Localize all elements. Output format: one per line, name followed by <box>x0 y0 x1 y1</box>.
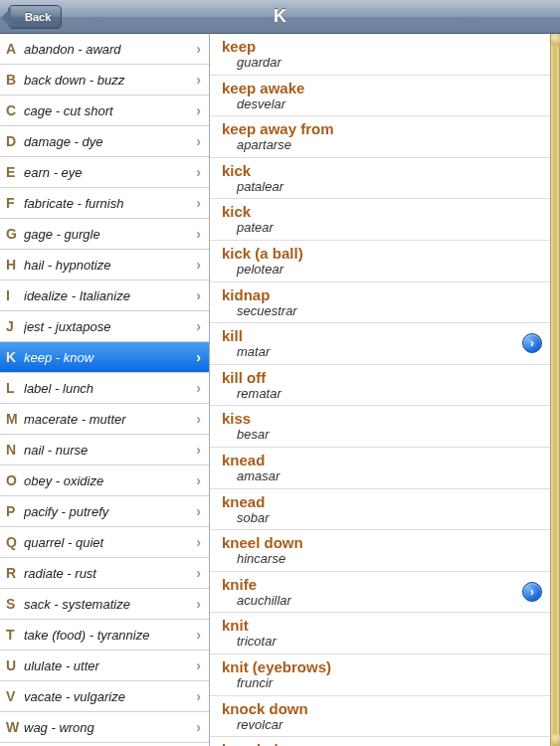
sidebar-item-r[interactable]: Rradiate - rust› <box>0 558 209 589</box>
sidebar-letter: I <box>6 287 24 303</box>
sidebar-item-e[interactable]: Eearn - eye› <box>0 157 209 188</box>
sidebar-range: radiate - rust <box>24 566 196 581</box>
entry-translation: matar <box>222 344 540 360</box>
dictionary-entry[interactable]: kick (a ball)pelotear <box>210 241 550 282</box>
sidebar-letter: L <box>6 380 24 396</box>
chevron-right-icon: › <box>196 226 201 242</box>
chevron-right-icon: › <box>196 472 201 488</box>
chevron-right-icon: › <box>196 596 201 612</box>
dictionary-entry[interactable]: kneadamasar <box>210 448 550 489</box>
sidebar-item-q[interactable]: Qquarrel - quiet› <box>0 527 209 558</box>
sidebar-letter: W <box>6 719 24 735</box>
sidebar-item-i[interactable]: Iidealize - Italianize› <box>0 280 209 311</box>
chevron-right-icon: › <box>196 719 201 735</box>
sidebar-item-j[interactable]: Jjest - juxtapose› <box>0 311 209 342</box>
entry-term: kill <box>222 327 540 344</box>
header-bar: Back K <box>0 0 560 34</box>
sidebar-item-m[interactable]: Mmacerate - mutter› <box>0 404 209 435</box>
sidebar-range: jest - juxtapose <box>24 319 196 334</box>
dictionary-entry[interactable]: kickpatalear <box>210 158 550 200</box>
sidebar-item-d[interactable]: Ddamage - dye› <box>0 126 209 157</box>
sidebar-letter: P <box>6 503 24 519</box>
chevron-right-icon: › <box>196 688 201 704</box>
sidebar-item-s[interactable]: Ssack - systematize› <box>0 589 209 620</box>
scroll-cap-bottom <box>551 734 560 746</box>
sidebar-item-u[interactable]: Uululate - utter› <box>0 651 209 681</box>
dictionary-entry[interactable]: knittricotar <box>210 613 550 654</box>
dictionary-entry[interactable]: kissbesar <box>210 406 550 448</box>
entry-term: knock down <box>222 700 540 717</box>
sidebar-letter: G <box>6 226 24 242</box>
sidebar-letter: U <box>6 657 24 673</box>
entry-term: kneel down <box>222 534 540 551</box>
dictionary-entry[interactable]: kneadsobar <box>210 489 550 531</box>
dictionary-entry[interactable]: kickpatear <box>210 199 550 241</box>
chevron-right-icon: › <box>196 380 201 396</box>
dictionary-entry[interactable]: kneel downhincarse <box>210 530 550 572</box>
sidebar-letter: E <box>6 164 24 180</box>
sidebar-letter: K <box>6 349 24 365</box>
sidebar-item-a[interactable]: Aabandon - award› <box>0 34 209 65</box>
sidebar-item-b[interactable]: Bback down - buzz› <box>0 65 209 95</box>
entry-translation: hincarse <box>222 551 540 567</box>
dictionary-entry[interactable]: killmatar› <box>210 323 550 365</box>
dictionary-entry[interactable]: knock downrevolcar <box>210 696 550 738</box>
entry-translation: patalear <box>222 179 540 195</box>
chevron-right-icon: › <box>196 534 201 550</box>
sidebar-range: sack - systematize <box>24 597 196 612</box>
sidebar-item-v[interactable]: Vvacate - vulgarize› <box>0 681 209 712</box>
sidebar-item-c[interactable]: Ccage - cut short› <box>0 95 209 126</box>
sidebar-item-w[interactable]: Wwag - wrong› <box>0 712 209 743</box>
sidebar-range: back down - buzz <box>24 73 196 88</box>
sidebar-letter: Q <box>6 534 24 550</box>
sidebar-item-n[interactable]: Nnail - nurse› <box>0 435 209 466</box>
entry-term: kick <box>222 162 540 179</box>
sidebar-letter: A <box>6 41 24 57</box>
dictionary-entry[interactable]: knit (eyebrows)fruncir <box>210 654 550 696</box>
entry-translation: desvelar <box>222 96 540 112</box>
dictionary-entry[interactable]: keep away fromapartarse <box>210 116 550 158</box>
chevron-right-icon: › <box>196 257 201 273</box>
entry-term: knit (eyebrows) <box>222 658 540 675</box>
sidebar-letter: N <box>6 442 24 458</box>
chevron-right-icon: › <box>196 503 201 519</box>
detail-disclosure-icon[interactable]: › <box>522 333 542 353</box>
dictionary-entry[interactable]: knock downtumbar <box>210 737 550 746</box>
scrollbar-track[interactable] <box>550 34 560 746</box>
sidebar-item-f[interactable]: Ffabricate - furnish› <box>0 188 209 219</box>
page-title: K <box>274 6 286 27</box>
entry-translation: pelotear <box>222 262 540 278</box>
dictionary-entry[interactable]: keepguardar <box>210 34 550 76</box>
entry-translation: patear <box>222 220 540 236</box>
chevron-right-icon: › <box>196 41 201 57</box>
sidebar-range: damage - dye <box>24 134 196 149</box>
sidebar-letter: D <box>6 133 24 149</box>
dictionary-entry[interactable]: kill offrematar <box>210 365 550 407</box>
sidebar-range: obey - oxidize <box>24 473 196 488</box>
sidebar-item-p[interactable]: Ppacify - putrefy› <box>0 496 209 527</box>
sidebar-item-t[interactable]: Ttake (food) - tyrannize› <box>0 620 209 651</box>
back-button[interactable]: Back <box>8 5 62 29</box>
sidebar-item-o[interactable]: Oobey - oxidize› <box>0 466 209 496</box>
sidebar-item-g[interactable]: Ggage - gurgle› <box>0 219 209 250</box>
chevron-right-icon: › <box>196 657 201 673</box>
dictionary-entry[interactable]: knifeacuchillar› <box>210 572 550 614</box>
sidebar-range: ululate - utter <box>24 658 196 673</box>
dictionary-entry[interactable]: kidnapsecuestrar <box>210 282 550 324</box>
entry-translation: acuchillar <box>222 593 540 609</box>
sidebar-item-l[interactable]: Llabel - lunch› <box>0 373 209 404</box>
entry-term: keep awake <box>222 80 540 96</box>
entry-term: knife <box>222 576 540 593</box>
chevron-right-icon: › <box>196 72 201 88</box>
entry-term: knit <box>222 617 540 634</box>
sidebar-item-h[interactable]: Hhail - hypnotize› <box>0 250 209 280</box>
sidebar-item-k[interactable]: Kkeep - know› <box>0 342 209 373</box>
sidebar-range: earn - eye <box>24 165 196 180</box>
entry-term: kick (a ball) <box>222 245 540 262</box>
dictionary-entry[interactable]: keep awakedesvelar <box>210 76 550 117</box>
sidebar-letter: H <box>6 257 24 273</box>
detail-disclosure-icon[interactable]: › <box>522 582 542 602</box>
entry-term: keep away from <box>222 120 540 137</box>
sidebar-range: macerate - mutter <box>24 412 196 427</box>
sidebar-range: idealize - Italianize <box>24 288 196 303</box>
